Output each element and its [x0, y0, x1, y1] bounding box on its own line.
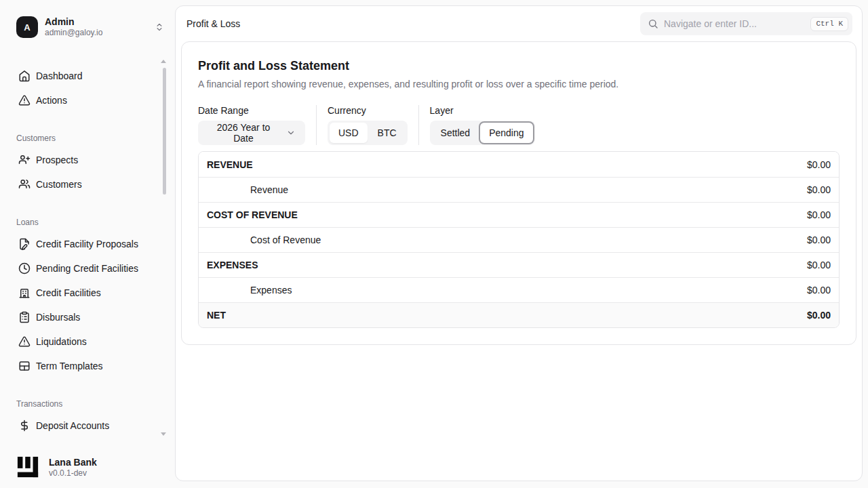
- profit-loss-table: REVENUE $0.00 Revenue $0.00 COST OF REVE…: [198, 151, 840, 328]
- home-icon: [18, 70, 31, 82]
- sidebar: A Admin admin@galoy.io Dashboard Actions…: [0, 0, 175, 488]
- currency-usd-button[interactable]: USD: [330, 123, 368, 143]
- row-label: REVENUE: [207, 159, 253, 170]
- date-range-value: 2026 Year to Date: [208, 122, 279, 144]
- sidebar-item-dashboard[interactable]: Dashboard: [0, 64, 175, 88]
- currency-btc-button[interactable]: BTC: [369, 123, 406, 143]
- layout-panel-icon: [18, 360, 31, 372]
- sidebar-item-label: Actions: [36, 95, 67, 106]
- main-panel: Profit & Loss Ctrl K Profit and Loss Sta…: [175, 5, 863, 481]
- sidebar-section-transactions: Transactions: [0, 399, 175, 409]
- sidebar-item-pending-credit-facilities[interactable]: Pending Credit Facilities: [0, 256, 175, 281]
- sidebar-nav: Dashboard Actions Customers Prospects Cu…: [0, 64, 175, 438]
- alert-triangle-icon: [18, 336, 31, 348]
- row-value: $0.00: [807, 235, 831, 245]
- sidebar-item-liquidations[interactable]: Liquidations: [0, 329, 175, 354]
- global-search[interactable]: Ctrl K: [640, 12, 852, 35]
- sidebar-item-label: Disbursals: [36, 312, 80, 323]
- sidebar-item-credit-facility-proposals[interactable]: Credit Facility Proposals: [0, 232, 175, 256]
- search-input[interactable]: [664, 18, 805, 29]
- search-shortcut-badge: Ctrl K: [810, 17, 848, 31]
- users-icon: [18, 178, 31, 190]
- user-menu-trigger[interactable]: A Admin admin@galoy.io: [0, 0, 175, 38]
- lana-bank-logo: [16, 455, 39, 479]
- sidebar-item-label: Prospects: [36, 155, 78, 165]
- table-row-revenue: Revenue $0.00: [199, 177, 839, 202]
- row-value: $0.00: [807, 260, 831, 270]
- date-range-select[interactable]: 2026 Year to Date: [198, 121, 305, 145]
- sidebar-item-disbursals[interactable]: Disbursals: [0, 305, 175, 329]
- sidebar-scroll-up-arrow[interactable]: [161, 60, 166, 63]
- row-label: Revenue: [207, 184, 288, 195]
- sidebar-item-customers[interactable]: Customers: [0, 172, 175, 197]
- clipboard-list-icon: [18, 311, 31, 323]
- sidebar-item-actions[interactable]: Actions: [0, 88, 175, 113]
- sidebar-item-label: Deposit Accounts: [36, 420, 109, 431]
- sidebar-item-label: Pending Credit Facilities: [36, 263, 138, 274]
- layer-toggle: Settled Pending: [430, 121, 535, 145]
- alert-triangle-icon: [18, 94, 31, 106]
- brand-footer: Lana Bank v0.0.1-dev: [16, 455, 97, 479]
- row-label: EXPENSES: [207, 260, 258, 270]
- table-row-cost-of-revenue: Cost of Revenue $0.00: [199, 227, 839, 252]
- layer-pending-button[interactable]: Pending: [480, 123, 532, 143]
- sidebar-item-prospects[interactable]: Prospects: [0, 148, 175, 172]
- row-value: $0.00: [807, 310, 831, 321]
- row-label: Expenses: [207, 285, 292, 296]
- clock-icon: [18, 262, 31, 274]
- table-row-expenses-category: EXPENSES $0.00: [199, 252, 839, 277]
- bank-building-icon: [18, 287, 31, 299]
- layer-filter: Layer Settled Pending: [430, 105, 535, 145]
- date-range-filter: Date Range 2026 Year to Date: [198, 105, 305, 145]
- row-value: $0.00: [807, 209, 831, 220]
- table-row-revenue-category: REVENUE $0.00: [199, 152, 839, 177]
- filters-row: Date Range 2026 Year to Date Currency US…: [198, 105, 840, 145]
- card-title: Profit and Loss Statement: [198, 58, 840, 73]
- brand-name: Lana Bank: [49, 456, 97, 468]
- row-value: $0.00: [807, 184, 831, 195]
- sidebar-item-label: Dashboard: [36, 70, 83, 81]
- user-name: Admin: [45, 16, 148, 28]
- brand-version: v0.0.1-dev: [49, 468, 97, 479]
- layer-settled-button[interactable]: Settled: [432, 123, 479, 143]
- currency-filter: Currency USD BTC: [328, 105, 408, 145]
- sidebar-item-label: Credit Facilities: [36, 287, 101, 298]
- currency-toggle: USD BTC: [328, 121, 408, 145]
- profit-loss-card: Profit and Loss Statement A financial re…: [181, 41, 856, 345]
- date-range-label: Date Range: [198, 105, 305, 117]
- chevrons-up-down-icon: [155, 22, 164, 32]
- page-title: Profit & Loss: [186, 18, 240, 29]
- topbar: Profit & Loss Ctrl K: [176, 6, 862, 41]
- user-plus-icon: [18, 154, 31, 166]
- sidebar-section-loans: Loans: [0, 217, 175, 228]
- row-label: Cost of Revenue: [207, 235, 321, 245]
- card-subtitle: A financial report showing revenue, expe…: [198, 77, 840, 91]
- file-pen-icon: [18, 238, 31, 250]
- dollar-sign-icon: [18, 420, 31, 432]
- sidebar-item-label: Customers: [36, 179, 82, 190]
- search-icon: [648, 18, 658, 29]
- sidebar-scrollbar-thumb[interactable]: [163, 68, 166, 195]
- sidebar-item-term-templates[interactable]: Term Templates: [0, 354, 175, 378]
- sidebar-item-label: Liquidations: [36, 336, 87, 347]
- row-label: NET: [207, 310, 226, 321]
- sidebar-item-credit-facilities[interactable]: Credit Facilities: [0, 281, 175, 305]
- table-row-net: NET $0.00: [199, 302, 839, 327]
- currency-label: Currency: [328, 105, 408, 117]
- sidebar-scroll-down-arrow[interactable]: [161, 432, 166, 436]
- chevron-down-icon: [286, 128, 296, 138]
- row-value: $0.00: [807, 159, 831, 170]
- user-email: admin@galoy.io: [45, 28, 148, 38]
- table-row-expenses: Expenses $0.00: [199, 277, 839, 302]
- sidebar-item-deposit-accounts[interactable]: Deposit Accounts: [0, 413, 175, 438]
- table-row-cost-of-revenue-category: COST OF REVENUE $0.00: [199, 202, 839, 227]
- row-value: $0.00: [807, 285, 831, 296]
- sidebar-section-customers: Customers: [0, 133, 175, 144]
- filter-divider: [316, 105, 317, 145]
- sidebar-item-label: Credit Facility Proposals: [36, 239, 138, 249]
- layer-label: Layer: [430, 105, 535, 117]
- sidebar-item-label: Term Templates: [36, 361, 103, 371]
- avatar: A: [16, 16, 38, 38]
- filter-divider: [418, 105, 419, 145]
- row-label: COST OF REVENUE: [207, 209, 298, 220]
